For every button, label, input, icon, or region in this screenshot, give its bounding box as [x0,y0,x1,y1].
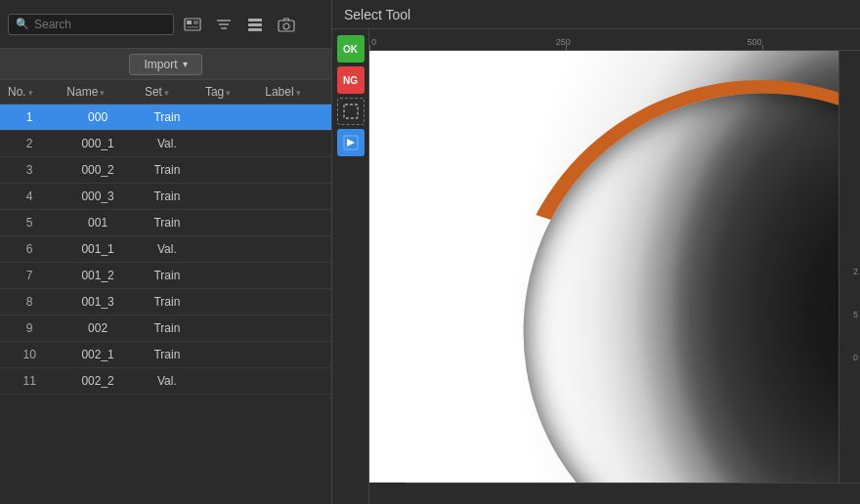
filter-icon[interactable] [211,12,236,37]
cell-name: 001 [59,210,137,236]
cell-name: 000 [59,105,137,131]
col-label[interactable]: Label [257,80,331,105]
svg-rect-0 [185,19,200,30]
cell-no: 2 [0,131,59,157]
svg-rect-9 [248,28,262,31]
image-canvas[interactable] [369,51,838,483]
cell-no: 10 [0,342,59,368]
search-input[interactable] [34,18,151,31]
cell-name: 001_2 [59,263,137,289]
cell-set: Train [137,210,197,236]
cell-no: 5 [0,210,59,236]
svg-rect-7 [248,19,262,21]
import-button[interactable]: Import ▾ [129,54,201,75]
cell-label [257,131,331,157]
table-row[interactable]: 2 000_1 Val. [0,131,331,157]
dashed-select-button[interactable] [337,98,365,125]
cell-tag [197,289,257,315]
left-panel: 🔍 [0,0,332,504]
col-tag[interactable]: Tag [197,80,257,105]
cell-tag [197,263,257,289]
cell-name: 002_2 [59,368,137,395]
cell-tag [197,315,257,342]
cell-tag [197,236,257,263]
bottom-ruler-bar [407,483,860,504]
cell-label [257,315,331,342]
col-no[interactable]: No. [0,80,59,105]
svg-rect-8 [248,23,262,26]
ruler-right: 2 5 0 [838,51,860,483]
cell-set: Val. [137,131,197,157]
cell-no: 8 [0,289,59,315]
import-label: Import [144,58,177,71]
cell-tag [197,105,257,131]
cell-label [257,105,331,131]
cell-no: 11 [0,368,59,395]
cell-tag [197,342,257,368]
search-box[interactable]: 🔍 [8,14,174,35]
cell-name: 000_2 [59,157,137,184]
table-header-row: No. Name Set Tag Label [0,80,331,105]
cell-tag [197,184,257,210]
cell-no: 7 [0,263,59,289]
ruler-label-250: 250 [556,37,571,47]
ruler-top: 0 250 500 [369,29,860,51]
svg-rect-12 [344,105,358,118]
table-row[interactable]: 11 002_2 Val. [0,368,331,395]
cell-label [257,368,331,395]
camera-icon[interactable] [274,12,299,37]
image-view-icon[interactable] [180,12,205,37]
cell-tag [197,131,257,157]
cell-name: 001_1 [59,236,137,263]
side-icon-bar: OK NG [332,29,369,504]
cell-label [257,263,331,289]
cell-no: 4 [0,184,59,210]
cell-set: Train [137,263,197,289]
table-row[interactable]: 10 002_1 Train [0,342,331,368]
cell-set: Train [137,157,197,184]
cell-tag [197,157,257,184]
right-panel: Select Tool OK NG [332,0,860,504]
select-tool-title: Select Tool [344,7,410,22]
ng-button[interactable]: NG [337,66,365,94]
cell-set: Train [137,184,197,210]
cell-name: 002 [59,315,137,342]
svg-rect-1 [187,21,192,24]
cell-label [257,289,331,315]
table-row[interactable]: 8 001_3 Train [0,289,331,315]
cell-set: Train [137,289,197,315]
cell-name: 000_3 [59,184,137,210]
select-tool-bar: Select Tool [332,0,860,29]
cell-no: 3 [0,157,59,184]
cell-label [257,184,331,210]
table-row[interactable]: 4 000_3 Train [0,184,331,210]
ok-button[interactable]: OK [337,35,365,63]
toolbar: 🔍 [0,0,331,49]
cell-no: 6 [0,236,59,263]
table-row[interactable]: 1 000 Train [0,105,331,131]
cell-tag [197,210,257,236]
cell-set: Val. [137,236,197,263]
col-name[interactable]: Name [59,80,137,105]
ruler-right-label-500: 5 [853,310,858,319]
import-chevron-icon: ▾ [183,59,188,69]
cell-label [257,210,331,236]
cell-tag [197,368,257,395]
table-row[interactable]: 5 001 Train [0,210,331,236]
ruler-right-label-250: 2 [853,267,858,276]
import-bar: Import ▾ [0,49,331,80]
cell-set: Train [137,342,197,368]
arrow-select-button[interactable] [337,129,365,156]
table-row[interactable]: 6 001_1 Val. [0,236,331,263]
bottom-spacer [369,483,407,504]
cell-no: 9 [0,315,59,342]
list-icon[interactable] [242,12,268,37]
table-row[interactable]: 3 000_2 Train [0,157,331,184]
table-row[interactable]: 9 002 Train [0,315,331,342]
svg-point-11 [283,23,289,29]
table-row[interactable]: 7 001_2 Train [0,263,331,289]
svg-rect-3 [187,26,198,28]
data-table-container[interactable]: No. Name Set Tag Label 1 000 Train 2 000… [0,80,331,504]
col-set[interactable]: Set [137,80,197,105]
canvas-area: OK NG 0 250 [332,29,860,504]
